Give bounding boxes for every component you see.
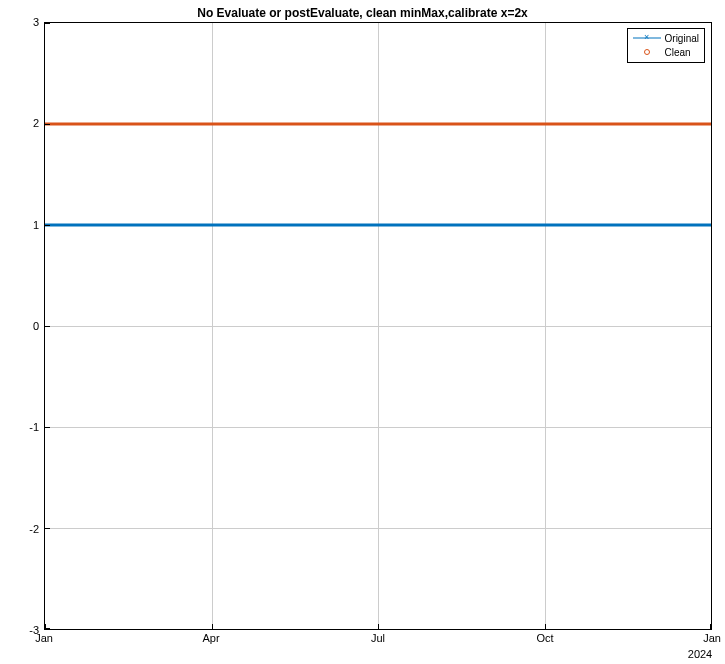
gridline-v bbox=[545, 23, 546, 629]
legend-entry-original: × Original bbox=[633, 31, 699, 45]
x-marker-icon: × bbox=[644, 33, 649, 42]
tick-mark bbox=[45, 427, 50, 428]
tick-mark bbox=[212, 624, 213, 629]
legend: × Original Clean bbox=[627, 28, 705, 63]
ytick-label: -2 bbox=[9, 523, 39, 535]
ytick-label: 2 bbox=[9, 117, 39, 129]
tick-mark bbox=[45, 528, 50, 529]
tick-mark bbox=[45, 326, 50, 327]
tick-mark bbox=[45, 225, 50, 226]
xtick-label: Jan bbox=[703, 632, 721, 644]
xtick-label: Oct bbox=[536, 632, 553, 644]
plot-area: × Original Clean bbox=[44, 22, 712, 630]
xtick-label: Jan bbox=[35, 632, 53, 644]
legend-entry-clean: Clean bbox=[633, 45, 699, 59]
tick-mark bbox=[45, 124, 50, 125]
legend-label-original: Original bbox=[665, 33, 699, 44]
ytick-label: -1 bbox=[9, 421, 39, 433]
tick-mark bbox=[45, 23, 50, 24]
xtick-label: Apr bbox=[202, 632, 219, 644]
legend-label-clean: Clean bbox=[665, 47, 691, 58]
legend-swatch-original: × bbox=[633, 32, 661, 44]
legend-swatch-clean bbox=[633, 46, 661, 58]
ytick-label: 3 bbox=[9, 16, 39, 28]
tick-mark bbox=[545, 624, 546, 629]
gridline-v bbox=[212, 23, 213, 629]
series-original bbox=[45, 223, 711, 226]
series-clean bbox=[45, 123, 711, 126]
tick-mark bbox=[710, 624, 711, 629]
ytick-label: 1 bbox=[9, 219, 39, 231]
xtick-label: Jul bbox=[371, 632, 385, 644]
ytick-label: 0 bbox=[9, 320, 39, 332]
tick-mark bbox=[378, 624, 379, 629]
chart-title: No Evaluate or postEvaluate, clean minMa… bbox=[0, 6, 725, 20]
chart-figure: No Evaluate or postEvaluate, clean minMa… bbox=[0, 0, 725, 664]
o-marker-icon bbox=[644, 49, 650, 55]
gridline-v bbox=[378, 23, 379, 629]
year-label: 2024 bbox=[688, 648, 712, 660]
tick-mark bbox=[45, 624, 46, 629]
